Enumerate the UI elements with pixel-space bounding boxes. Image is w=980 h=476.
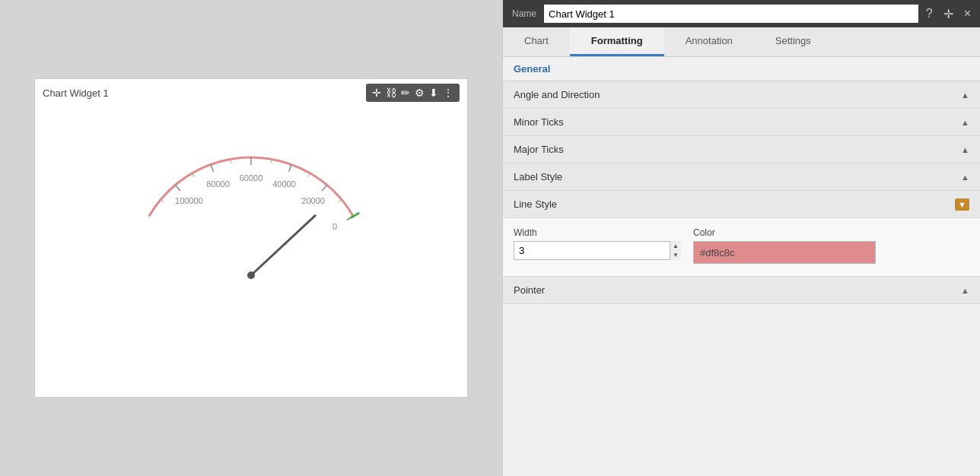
chevron-pointer (961, 286, 969, 295)
accordion-label-label-style: Label Style (514, 171, 562, 182)
tab-settings[interactable]: Settings (754, 27, 832, 56)
chevron-label-style (961, 173, 969, 182)
accordion-minor-ticks: Minor Ticks (503, 109, 980, 136)
link-icon[interactable]: ⛓ (386, 87, 396, 99)
chevron-line-style (955, 200, 969, 209)
name-input[interactable] (544, 5, 918, 23)
line-style-form-row: Width ▲ ▼ Color #df8c8c (514, 227, 969, 264)
accordion-header-label-style[interactable]: Label Style (503, 163, 980, 190)
tab-formatting[interactable]: Formatting (570, 27, 664, 56)
width-spinner: ▲ ▼ (514, 241, 681, 260)
spin-buttons: ▲ ▼ (670, 241, 681, 260)
widget-header: Chart Widget 1 ✛ ⛓ ✏ ⚙ ⬇ ⋮ (35, 79, 467, 106)
chevron-angle-direction (961, 90, 969, 100)
right-header: Name ? ✛ × (503, 0, 980, 27)
accordion-header-pointer[interactable]: Pointer (503, 277, 980, 303)
widget-toolbar: ✛ ⛓ ✏ ⚙ ⬇ ⋮ (366, 84, 460, 102)
gauge-canvas (88, 123, 415, 374)
color-group: Color #df8c8c (693, 227, 876, 264)
widget-container: Chart Widget 1 ✛ ⛓ ✏ ⚙ ⬇ ⋮ (34, 78, 468, 398)
more-icon[interactable]: ⋮ (443, 87, 453, 99)
drag-icon[interactable]: ✛ (943, 7, 953, 21)
accordion-header-line-style[interactable]: Line Style (503, 191, 980, 217)
edit-icon[interactable]: ✏ (401, 87, 410, 99)
accordion-header-major-ticks[interactable]: Major Ticks (503, 136, 980, 163)
accordion-label-angle-direction: Angle and Direction (514, 89, 600, 100)
chevron-major-ticks (961, 145, 969, 154)
accordion-label-pointer: Pointer (514, 284, 545, 296)
spin-up[interactable]: ▲ (670, 241, 681, 251)
accordion-header-minor-ticks[interactable]: Minor Ticks (503, 109, 980, 135)
section-label: General (503, 57, 980, 81)
move-icon[interactable]: ✛ (372, 87, 381, 99)
line-style-expanded: Width ▲ ▼ Color #df8c8c (503, 217, 980, 276)
close-icon[interactable]: × (964, 7, 971, 21)
accordion-label-minor-ticks: Minor Ticks (514, 116, 564, 128)
header-icons: ? ✛ × (926, 7, 971, 21)
gauge-area (35, 106, 467, 391)
tabs-row: Chart Formatting Annotation Settings (503, 27, 980, 57)
color-value: #df8c8c (700, 247, 735, 259)
left-panel: Chart Widget 1 ✛ ⛓ ✏ ⚙ ⬇ ⋮ (0, 0, 502, 476)
right-panel: Name ? ✛ × Chart Formatting Annotation S… (502, 0, 980, 476)
accordion-header-angle-direction[interactable]: Angle and Direction (503, 81, 980, 108)
accordion-pointer: Pointer (503, 277, 980, 304)
accordion-label-line-style: Line Style (514, 198, 557, 210)
accordion-major-ticks: Major Ticks (503, 136, 980, 163)
chevron-minor-ticks (961, 118, 969, 127)
accordion: Angle and Direction Minor Ticks Major Ti… (503, 81, 980, 304)
accordion-label-major-ticks: Major Ticks (514, 144, 564, 155)
help-icon[interactable]: ? (926, 7, 933, 21)
width-input[interactable] (514, 241, 681, 260)
download-icon[interactable]: ⬇ (429, 87, 438, 99)
accordion-line-style: Line Style Width ▲ ▼ (503, 191, 980, 277)
spin-down[interactable]: ▼ (670, 251, 681, 261)
name-label: Name (512, 8, 536, 19)
settings-icon[interactable]: ⚙ (415, 87, 425, 99)
tab-chart[interactable]: Chart (503, 27, 570, 56)
accordion-angle-direction: Angle and Direction (503, 81, 980, 109)
width-label: Width (514, 227, 681, 238)
color-swatch[interactable]: #df8c8c (693, 241, 876, 264)
accordion-label-style: Label Style (503, 163, 980, 191)
width-group: Width ▲ ▼ (514, 227, 681, 264)
tab-annotation[interactable]: Annotation (664, 27, 754, 56)
color-label: Color (693, 227, 876, 238)
widget-title: Chart Widget 1 (43, 87, 109, 99)
